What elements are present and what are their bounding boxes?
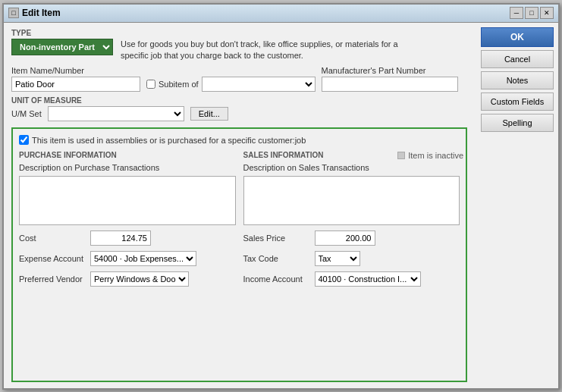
purchase-desc-label: Description on Purchase Transactions: [19, 163, 236, 172]
item-name-input[interactable]: [11, 77, 140, 92]
window-title: Edit Item: [22, 8, 61, 18]
manufacturer-label: Manufacturer's Part Number: [322, 66, 458, 75]
cost-label: Cost: [19, 234, 87, 243]
income-row: Income Account 40100 · Construction I...: [243, 271, 460, 287]
assembly-label: This item is used in assemblies or is pu…: [32, 136, 306, 145]
sales-desc-input[interactable]: [243, 176, 460, 225]
um-label: UNIT OF MEASURE: [11, 96, 467, 105]
type-label: TYPE: [11, 29, 467, 37]
manufacturer-group: Manufacturer's Part Number: [322, 66, 458, 92]
item-name-group: Item Name/Number: [11, 66, 140, 92]
cost-input[interactable]: [90, 230, 151, 246]
purchase-desc-input[interactable]: [19, 176, 236, 225]
vendor-row: Preferred Vendor Perry Windows & Doors: [19, 271, 236, 287]
um-edit-button[interactable]: Edit...: [190, 107, 228, 121]
vendor-dropdown[interactable]: Perry Windows & Doors: [90, 271, 189, 287]
custom-fields-button[interactable]: Custom Fields: [481, 93, 554, 111]
inactive-indicator: [397, 152, 405, 159]
title-bar: □ Edit Item ─ □ ✕: [4, 5, 558, 23]
subitem-checkbox[interactable]: [146, 80, 155, 89]
type-section: TYPE Non-inventory Part Use for goods yo…: [11, 29, 467, 62]
sales-price-label: Sales Price: [243, 234, 312, 243]
type-select[interactable]: Non-inventory Part: [11, 39, 113, 55]
item-name-label: Item Name/Number: [11, 66, 140, 75]
subitem-dropdown[interactable]: [202, 77, 316, 92]
assembly-checkbox-row: This item is used in assemblies or is pu…: [19, 135, 460, 145]
notes-button[interactable]: Notes: [481, 71, 554, 89]
type-description: Use for goods you buy but don't track, l…: [121, 39, 409, 62]
manufacturer-input[interactable]: [322, 77, 458, 92]
type-dropdown-wrapper: Non-inventory Part: [11, 39, 113, 55]
sales-desc-label: Description on Sales Transactions: [243, 163, 460, 172]
green-box: This item is used in assemblies or is pu…: [11, 127, 467, 381]
type-row: Non-inventory Part Use for goods you buy…: [11, 39, 467, 62]
minimize-button[interactable]: ─: [510, 7, 523, 19]
purchase-sales-wrapper: Item is inactive PURCHASE INFORMATION De…: [19, 151, 460, 374]
sales-price-input[interactable]: [315, 230, 375, 246]
expense-row: Expense Account 54000 · Job Expenses...: [19, 251, 236, 266]
tax-row: Tax Code Tax: [243, 251, 460, 266]
inactive-label: Item is inactive: [408, 151, 463, 160]
purchase-col: PURCHASE INFORMATION Description on Purc…: [19, 151, 236, 374]
subitem-row: Subitem of: [146, 77, 316, 92]
right-panel: OK Cancel Notes Custom Fields Spelling: [475, 23, 558, 388]
item-name-row: Item Name/Number Subitem of Manufacturer…: [11, 66, 467, 92]
edit-item-window: □ Edit Item ─ □ ✕ TYPE Non-inventory Par…: [2, 3, 560, 390]
sales-col: SALES INFORMATION Description on Sales T…: [243, 151, 460, 374]
cancel-button[interactable]: Cancel: [481, 50, 554, 68]
window-icon: □: [8, 8, 19, 18]
type-dropdown-section: Non-inventory Part: [11, 39, 113, 55]
tax-code-label: Tax Code: [243, 254, 312, 263]
ok-button[interactable]: OK: [481, 27, 554, 47]
content-area: TYPE Non-inventory Part Use for goods yo…: [4, 23, 558, 388]
unit-of-measure-section: UNIT OF MEASURE U/M Set Edit...: [11, 96, 467, 121]
price-row: Sales Price: [243, 230, 460, 246]
um-row: U/M Set Edit...: [11, 106, 467, 121]
purchase-col-label: PURCHASE INFORMATION: [19, 151, 236, 159]
close-button[interactable]: ✕: [540, 7, 554, 19]
subitem-label: Subitem of: [159, 80, 199, 89]
maximize-button[interactable]: □: [525, 7, 538, 19]
tax-code-dropdown[interactable]: Tax: [315, 251, 360, 266]
inactive-section: Item is inactive: [397, 151, 463, 160]
spelling-button[interactable]: Spelling: [481, 114, 554, 132]
vendor-label: Preferred Vendor: [19, 274, 87, 284]
assembly-checkbox[interactable]: [19, 135, 29, 145]
two-col: PURCHASE INFORMATION Description on Purc…: [19, 151, 460, 374]
cost-row: Cost: [19, 230, 236, 246]
expense-label: Expense Account: [19, 254, 87, 263]
title-bar-left: □ Edit Item: [8, 8, 61, 18]
main-content: TYPE Non-inventory Part Use for goods yo…: [4, 23, 475, 388]
expense-account-dropdown[interactable]: 54000 · Job Expenses...: [90, 251, 196, 266]
income-account-dropdown[interactable]: 40100 · Construction I...: [315, 271, 421, 287]
subitem-group: Subitem of: [146, 77, 316, 92]
um-set-label: U/M Set: [11, 109, 42, 118]
title-buttons: ─ □ ✕: [510, 7, 554, 19]
um-set-dropdown[interactable]: [48, 106, 184, 121]
income-account-label: Income Account: [243, 274, 312, 284]
